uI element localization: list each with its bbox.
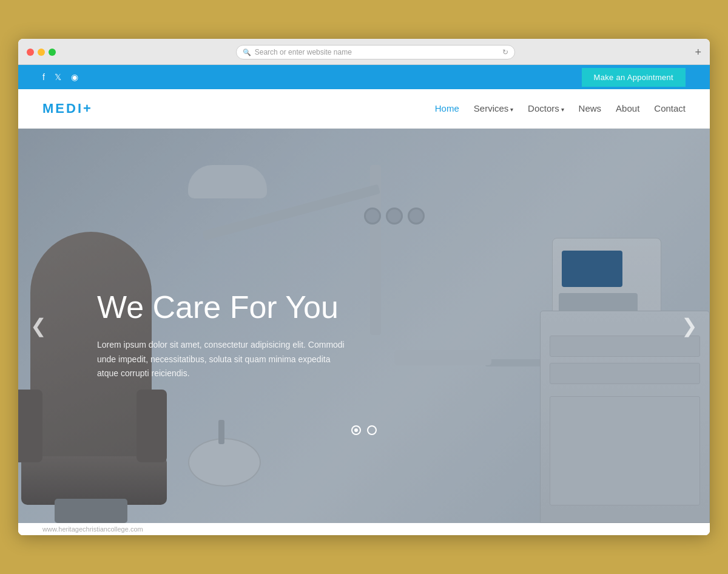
hero-background: We Care For You Lorem ipsum dolor sit am…: [18, 129, 710, 523]
nav-link-doctors[interactable]: Doctors: [528, 103, 564, 113]
nav-item-contact[interactable]: Contact: [654, 103, 686, 114]
new-tab-button[interactable]: +: [695, 46, 701, 59]
nav-item-about[interactable]: About: [616, 103, 639, 114]
website: f 𝕏 ◉ Make an Appointment MEDI+ Home Ser…: [18, 65, 710, 535]
nav-link-news[interactable]: News: [579, 103, 602, 113]
navbar: MEDI+ Home Services Doctors News About C…: [18, 89, 710, 129]
dot-close[interactable]: [27, 49, 34, 56]
nav-links: Home Services Doctors News About Contact: [435, 103, 686, 114]
search-icon: 🔍: [243, 49, 251, 56]
nav-item-doctors[interactable]: Doctors: [528, 103, 564, 114]
slider-dot-1[interactable]: [351, 425, 361, 435]
browser-dots: [27, 49, 56, 56]
footer-text: www.heritagechristiancollege.com: [42, 525, 143, 533]
address-bar[interactable]: 🔍 Search or enter website name ↻: [236, 45, 515, 59]
logo[interactable]: MEDI+: [42, 101, 93, 116]
slider-arrow-left[interactable]: ❮: [30, 314, 47, 337]
hero-content: We Care For You Lorem ipsum dolor sit am…: [97, 289, 352, 381]
browser-window: 🔍 Search or enter website name ↻ + f 𝕏 ◉…: [18, 39, 710, 535]
nav-item-services[interactable]: Services: [474, 103, 513, 114]
nav-item-home[interactable]: Home: [435, 103, 459, 114]
social-icons: f 𝕏 ◉: [42, 72, 78, 82]
logo-plus: +: [83, 101, 93, 116]
slider-arrow-right[interactable]: ❯: [681, 314, 698, 337]
dot-maximize[interactable]: [49, 49, 56, 56]
logo-text: MEDI: [42, 101, 83, 116]
nav-link-home[interactable]: Home: [435, 103, 459, 113]
slider-dot-2[interactable]: [367, 425, 377, 435]
appointment-button[interactable]: Make an Appointment: [582, 68, 686, 87]
nav-item-news[interactable]: News: [579, 103, 602, 114]
browser-address-bar-container: 🔍 Search or enter website name ↻: [62, 45, 689, 59]
address-text: Search or enter website name: [255, 48, 352, 56]
browser-chrome: 🔍 Search or enter website name ↻ +: [18, 39, 710, 65]
slider-dots: [351, 425, 377, 435]
top-bar: f 𝕏 ◉ Make an Appointment: [18, 65, 710, 89]
facebook-icon[interactable]: f: [42, 72, 45, 82]
dot-minimize[interactable]: [38, 49, 45, 56]
refresh-icon[interactable]: ↻: [502, 48, 508, 56]
nav-link-contact[interactable]: Contact: [654, 103, 686, 113]
hero-section: We Care For You Lorem ipsum dolor sit am…: [18, 129, 710, 523]
nav-link-services[interactable]: Services: [474, 103, 513, 113]
hero-title: We Care For You: [97, 289, 352, 326]
instagram-icon[interactable]: ◉: [71, 72, 78, 82]
hero-text: Lorem ipsum dolor sit amet, consectetur …: [97, 337, 352, 380]
twitter-icon[interactable]: 𝕏: [55, 72, 61, 82]
site-footer: www.heritagechristiancollege.com: [18, 523, 710, 535]
nav-link-about[interactable]: About: [616, 103, 639, 113]
